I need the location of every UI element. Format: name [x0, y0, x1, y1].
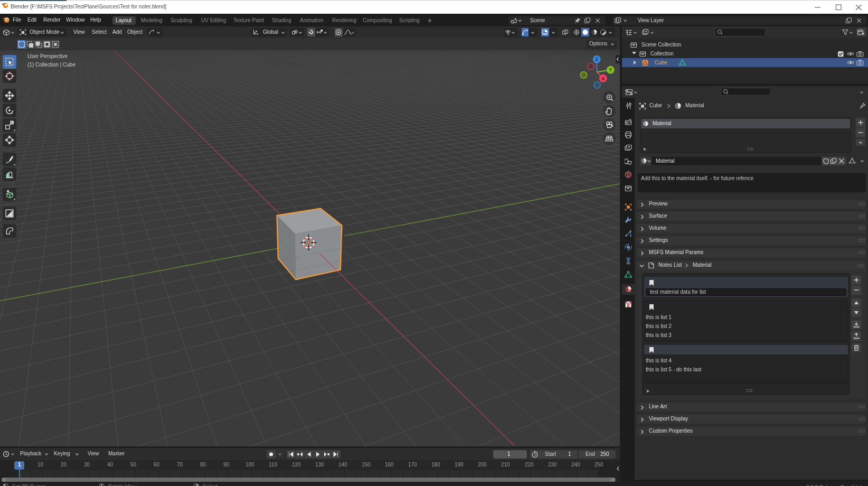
svg-text:Y: Y [609, 67, 612, 72]
svg-text:Z: Z [595, 57, 598, 62]
svg-text:X: X [601, 76, 605, 81]
